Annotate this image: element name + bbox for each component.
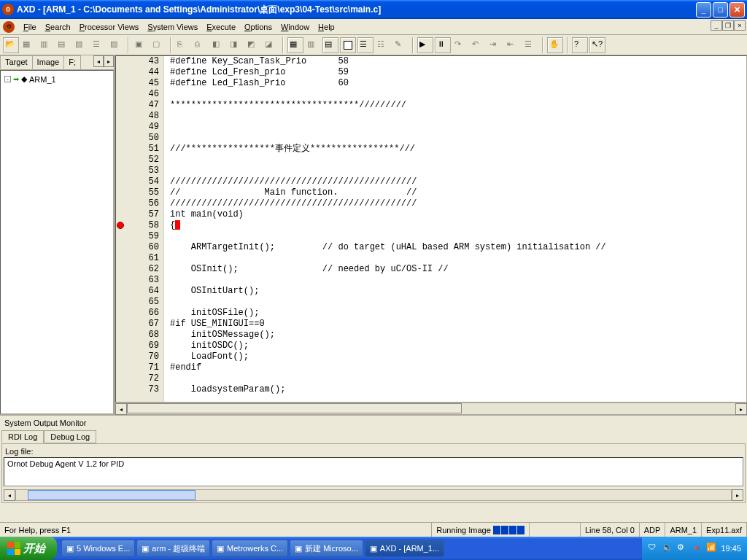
code-content[interactable]: 4344454647484950515253545556575859606162…	[115, 55, 747, 402]
toolbar-button[interactable]: ◧	[210, 37, 226, 53]
menu-search[interactable]: Search	[41, 21, 75, 33]
toolbar-breakpoint-button[interactable]: ✋	[547, 37, 563, 53]
toolbar-button[interactable]: ◨	[228, 37, 244, 53]
toolbar-button[interactable]: ⎘	[175, 37, 191, 53]
menu-help[interactable]: Help	[314, 21, 339, 33]
taskbar-item[interactable]: ▣AXD - [ARM_1...	[365, 540, 444, 557]
toolbar-button[interactable]: ▦	[287, 37, 303, 53]
toolbar-button[interactable]: ☰	[522, 37, 538, 53]
code-line[interactable]	[170, 166, 746, 176]
minimize-button[interactable]: _	[696, 2, 711, 18]
sidebar-tab-image[interactable]: Image	[32, 55, 65, 69]
code-line[interactable]	[170, 89, 746, 100]
toolbar-button[interactable]: ☷	[375, 37, 391, 53]
code-line[interactable]: OSInit(); // needed by uC/OS-II //	[170, 264, 746, 275]
toolbar-button[interactable]: ☰	[357, 37, 374, 53]
code-line[interactable]: initOSDC();	[170, 341, 746, 351]
toolbar-button[interactable]: ▥	[38, 37, 54, 53]
tree-expand-icon[interactable]: -	[4, 76, 11, 82]
breakpoint-icon[interactable]	[117, 222, 124, 229]
menu-window[interactable]: Window	[276, 21, 314, 33]
code-line[interactable]: initOSMessage();	[170, 330, 746, 341]
close-button[interactable]: ✕	[729, 2, 745, 18]
code-line[interactable]: ///*****************事件定义****************…	[170, 144, 746, 155]
toolbar-step-button[interactable]: ↶	[470, 37, 486, 53]
code-line[interactable]	[170, 231, 746, 242]
output-tab-rdi[interactable]: RDI Log	[1, 430, 44, 443]
code-line[interactable]: #define Key_Scan_Task_Prio 58	[170, 56, 746, 67]
menu-system-views[interactable]: System Views	[143, 21, 202, 33]
scroll-thumb[interactable]	[127, 403, 462, 413]
mdi-restore-button[interactable]: ❐	[722, 20, 734, 31]
code-line[interactable]	[170, 275, 746, 286]
menu-processor-views[interactable]: Processor Views	[75, 21, 144, 33]
editor-hscroll[interactable]: ◂ ▸	[115, 402, 747, 414]
start-button[interactable]: 开始	[0, 537, 57, 560]
code-line[interactable]: ////////////////////////////////////////…	[170, 176, 746, 187]
tab-scroll-left-button[interactable]: ◂	[93, 55, 104, 67]
code-line[interactable]: LoadFont();	[170, 351, 746, 362]
tray-icon[interactable]: 📶	[706, 542, 718, 554]
code-line[interactable]	[170, 155, 746, 166]
toolbar-button[interactable]: ▣	[133, 37, 149, 53]
sidebar-tab-f[interactable]: F;	[63, 55, 81, 69]
sidebar-tab-target[interactable]: Target	[0, 55, 33, 69]
maximize-button[interactable]: □	[713, 2, 728, 18]
toolbar-button[interactable]: ▤	[55, 37, 71, 53]
toolbar-button[interactable]: ☰	[90, 37, 107, 53]
code-line[interactable]	[170, 111, 746, 122]
toolbar-button[interactable]: ▢	[150, 37, 166, 53]
mdi-close-button[interactable]: ×	[734, 20, 746, 31]
toolbar-stop-button[interactable]: ⏸	[435, 37, 451, 53]
code-line[interactable]: #define Lcd_Fresh_prio 59	[170, 67, 746, 78]
code-line[interactable]	[170, 122, 746, 133]
code-line[interactable]: #endif	[170, 362, 746, 373]
toolbar-button[interactable]: ▥	[305, 37, 321, 53]
code-line[interactable]: loadsystemParam();	[170, 384, 746, 395]
toolbar-help-button[interactable]: ?	[572, 37, 588, 53]
tray-icon[interactable]: 🔈	[662, 542, 674, 554]
code-line[interactable]: ARMTargetInit(); // do target (uHAL base…	[170, 242, 746, 253]
code-line[interactable]: #if USE_MINIGUI==0	[170, 319, 746, 330]
toolbar-step-button[interactable]: ↷	[452, 37, 468, 53]
tray-icon[interactable]: 🔺	[692, 542, 703, 554]
taskbar-item[interactable]: ▣新建 Microso...	[290, 540, 363, 557]
taskbar-item[interactable]: ▣Metrowerks C...	[212, 540, 288, 557]
tray-icon[interactable]: ⚙	[677, 542, 689, 554]
code-line[interactable]: OSInitUart();	[170, 286, 746, 297]
toolbar-step-button[interactable]: ⇤	[505, 37, 521, 53]
code-line[interactable]: initOSFile();	[170, 308, 746, 319]
toolbar-button[interactable]: ▨	[108, 37, 124, 53]
toolbar-button[interactable]: ▦	[20, 37, 36, 53]
code-line[interactable]: #define Led_Flash_Prio 60	[170, 78, 746, 89]
taskbar-item[interactable]: ▣5 Windows E...	[61, 540, 135, 557]
code-line[interactable]: {	[170, 220, 746, 231]
toolbar-button[interactable]: ▧	[73, 37, 89, 53]
mdi-minimize-button[interactable]: _	[711, 20, 722, 31]
toolbar-button[interactable]: ⎙	[193, 37, 209, 53]
toolbar-button[interactable]: ◩	[245, 37, 261, 53]
code-line[interactable]	[170, 253, 746, 264]
toolbar-context-help-button[interactable]: ↖?	[589, 37, 605, 53]
tab-scroll-right-button[interactable]: ▸	[104, 55, 114, 67]
toolbar-button[interactable]: ✎	[392, 37, 409, 53]
toolbar-run-button[interactable]: ▶	[417, 37, 433, 53]
system-tray[interactable]: 🛡 🔈 ⚙ 🔺 📶 19:45	[642, 537, 747, 560]
code-line[interactable]: int main(void)	[170, 209, 746, 220]
code-line[interactable]: ////////////////////////////////////////…	[170, 198, 746, 209]
scroll-left-button[interactable]: ◂	[115, 403, 127, 415]
code-line[interactable]: // Main function. //	[170, 187, 746, 198]
code-line[interactable]	[170, 297, 746, 308]
taskbar-item[interactable]: ▣arm - 超级终端	[136, 540, 210, 557]
scroll-right-button[interactable]: ▸	[732, 489, 743, 501]
clock[interactable]: 19:45	[721, 544, 741, 553]
tray-icon[interactable]: 🛡	[648, 542, 659, 554]
log-textarea[interactable]: Ornot Debug Agent V 1.2 for PID	[4, 457, 743, 486]
code-lines[interactable]: #define Key_Scan_Task_Prio 58#define Lcd…	[164, 56, 746, 402]
toolbar-step-button[interactable]: ⇥	[487, 37, 503, 53]
toolbar-button[interactable]: ▤	[322, 37, 338, 53]
scroll-thumb[interactable]	[28, 490, 196, 500]
toolbar-button[interactable]	[340, 37, 356, 53]
menu-execute[interactable]: Execute	[202, 21, 240, 33]
target-tree[interactable]: - ➡ ◆ ARM_1	[0, 70, 114, 414]
